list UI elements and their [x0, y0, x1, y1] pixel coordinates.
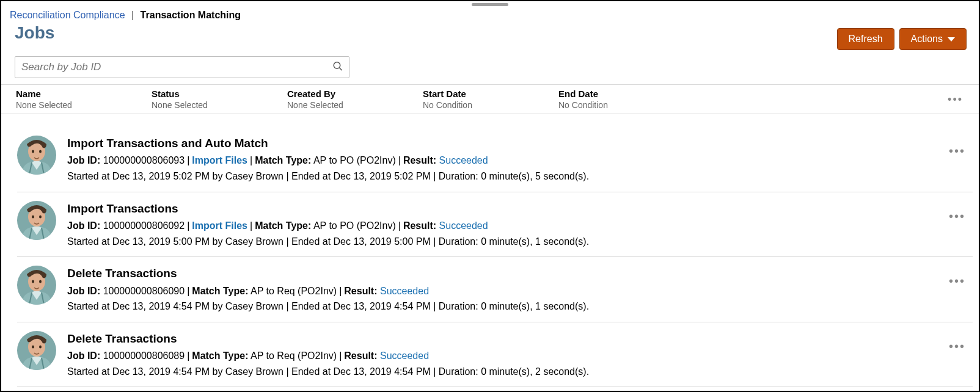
result-label: Result:	[344, 286, 377, 296]
job-id-label: Job ID:	[67, 286, 100, 296]
row-more-icon[interactable]: •••	[949, 209, 965, 223]
import-files-link[interactable]: Import Files	[192, 220, 247, 231]
job-id-label: Job ID:	[67, 155, 100, 165]
result-value[interactable]: Succeeded	[439, 220, 488, 231]
job-id-label: Job ID:	[67, 350, 100, 361]
job-detail: Started at Dec 13, 2019 4:54 PM by Casey…	[67, 364, 969, 380]
row-more-icon[interactable]: •••	[949, 274, 965, 288]
filter-end-date-label: End Date	[558, 89, 694, 99]
match-type-label: Match Type:	[255, 220, 311, 231]
search-wrap	[15, 56, 349, 78]
filter-status-label: Status	[152, 89, 287, 99]
avatar	[17, 331, 56, 370]
header-left: Reconciliation Compliance | Transaction …	[10, 10, 241, 43]
match-type-label: Match Type:	[192, 286, 248, 296]
filter-start-date[interactable]: Start Date No Condition	[423, 89, 558, 110]
actions-button[interactable]: Actions	[899, 28, 967, 50]
result-value[interactable]: Succeeded	[380, 286, 429, 296]
job-id-value: 100000000806090	[103, 286, 185, 296]
job-detail: Started at Dec 13, 2019 4:54 PM by Casey…	[67, 299, 969, 314]
chevron-down-icon	[948, 37, 955, 42]
job-row: Import TransactionsJob ID: 1000000008060…	[17, 192, 973, 258]
filter-status-value: None Selected	[152, 100, 287, 110]
filter-name[interactable]: Name None Selected	[16, 89, 152, 110]
job-title: Delete Transactions	[67, 330, 969, 348]
refresh-button[interactable]: Refresh	[837, 28, 894, 50]
actions-button-label: Actions	[911, 34, 943, 45]
result-value[interactable]: Succeeded	[380, 350, 429, 361]
match-type-value: AP to PO (PO2Inv)	[313, 155, 396, 165]
result-label: Result:	[403, 155, 436, 165]
import-files-link[interactable]: Import Files	[192, 155, 247, 165]
row-more-icon[interactable]: •••	[949, 339, 965, 354]
row-more-icon[interactable]: •••	[949, 144, 965, 158]
filter-status[interactable]: Status None Selected	[152, 89, 287, 110]
job-id-label: Job ID:	[67, 220, 100, 231]
filter-start-date-label: Start Date	[423, 89, 558, 99]
match-type-value: AP to Req (PO2Inv)	[250, 350, 337, 361]
svg-point-0	[334, 62, 340, 69]
job-content: Import Transactions and Auto MatchJob ID…	[67, 134, 969, 184]
avatar	[17, 201, 56, 240]
breadcrumb-separator: |	[131, 10, 134, 20]
avatar	[17, 136, 56, 175]
job-meta: Job ID: 100000000806090|Match Type: AP t…	[67, 283, 969, 299]
result-label: Result:	[403, 220, 436, 231]
match-type-value: AP to PO (PO2Inv)	[313, 220, 396, 231]
filter-end-date[interactable]: End Date No Condition	[558, 89, 694, 110]
filter-created-by[interactable]: Created By None Selected	[287, 89, 423, 110]
filter-start-date-value: No Condition	[423, 100, 558, 110]
result-label: Result:	[344, 350, 377, 361]
filter-end-date-value: No Condition	[558, 100, 694, 110]
job-title: Delete Transactions	[67, 264, 969, 283]
filter-bar: Name None Selected Status None Selected …	[1, 84, 979, 114]
result-value[interactable]: Succeeded	[439, 155, 488, 165]
filter-name-label: Name	[16, 89, 152, 99]
match-type-value: AP to Req (PO2Inv)	[250, 286, 337, 296]
job-id-value: 100000000806092	[103, 220, 185, 231]
job-id-value: 100000000806089	[103, 350, 185, 361]
job-id-value: 100000000806093	[103, 155, 185, 165]
page-title: Jobs	[15, 23, 241, 43]
job-content: Delete TransactionsJob ID: 1000000008060…	[67, 264, 969, 314]
filter-created-by-value: None Selected	[287, 100, 423, 110]
job-row: Delete TransactionsJob ID: 1000000008060…	[17, 257, 973, 322]
job-meta: Job ID: 100000000806089|Match Type: AP t…	[67, 348, 969, 364]
job-title: Import Transactions and Auto Match	[67, 134, 969, 153]
search-input[interactable]	[15, 56, 349, 78]
search-icon[interactable]	[332, 61, 343, 74]
header-buttons: Refresh Actions	[837, 28, 967, 50]
job-title: Import Transactions	[67, 200, 969, 218]
header: Reconciliation Compliance | Transaction …	[1, 1, 979, 54]
drag-handle[interactable]	[472, 3, 508, 6]
avatar	[17, 266, 56, 305]
breadcrumb-current: Transaction Matching	[141, 10, 241, 20]
job-list: Import Transactions and Auto MatchJob ID…	[2, 127, 978, 390]
svg-line-1	[339, 68, 342, 71]
job-row: Delete TransactionsJob ID: 1000000008060…	[17, 322, 973, 388]
job-row: Import Transactions and Auto MatchJob ID…	[17, 127, 973, 192]
job-detail: Started at Dec 13, 2019 5:02 PM by Casey…	[67, 169, 969, 184]
job-content: Import TransactionsJob ID: 1000000008060…	[67, 200, 969, 250]
filter-created-by-label: Created By	[287, 89, 423, 99]
breadcrumb-link[interactable]: Reconciliation Compliance	[10, 10, 125, 20]
job-content: Delete TransactionsJob ID: 1000000008060…	[67, 330, 969, 380]
match-type-label: Match Type:	[255, 155, 311, 165]
job-meta: Job ID: 100000000806093|Import Files|Mat…	[67, 153, 969, 169]
filter-name-value: None Selected	[16, 100, 152, 110]
job-meta: Job ID: 100000000806092|Import Files|Mat…	[67, 218, 969, 234]
job-detail: Started at Dec 13, 2019 5:00 PM by Casey…	[67, 234, 969, 250]
breadcrumb: Reconciliation Compliance | Transaction …	[10, 10, 241, 21]
filter-more-icon[interactable]: •••	[948, 93, 963, 106]
match-type-label: Match Type:	[192, 350, 248, 361]
